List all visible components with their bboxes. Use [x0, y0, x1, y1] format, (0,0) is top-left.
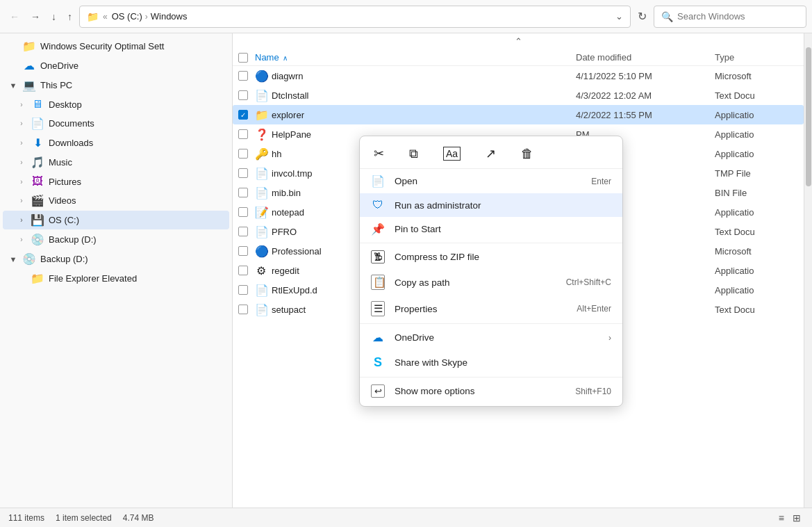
- context-rename-button[interactable]: Aa: [438, 144, 466, 163]
- header-date-modified[interactable]: Date modified: [576, 52, 715, 63]
- context-menu-compress-zip[interactable]: 🗜 Compress to ZIP file: [360, 245, 622, 269]
- row-checkbox[interactable]: [238, 149, 248, 159]
- scrollbar-track[interactable]: [804, 33, 812, 508]
- table-row[interactable]: ✓ 📁explorer 4/2/2022 11:55 PM Applicatio: [233, 105, 804, 124]
- row-checkbox[interactable]: [238, 207, 248, 217]
- expand-icon: ›: [17, 178, 26, 186]
- context-onedrive-label: OneDrive: [395, 332, 599, 343]
- context-copy-button[interactable]: ⧉: [404, 144, 424, 164]
- expand-icon: ›: [17, 120, 26, 127]
- address-prefix: «: [103, 12, 108, 22]
- sidebar-label: Desktop: [49, 99, 224, 110]
- sidebar-label: Windows Security Optimal Sett: [40, 41, 224, 51]
- grid-view-button[interactable]: ⊞: [790, 511, 804, 525]
- context-share-button[interactable]: ↗: [480, 143, 502, 164]
- table-row[interactable]: 🔵diagwrn 4/11/2022 5:10 PM Microsoft: [233, 66, 804, 86]
- row-checkbox[interactable]: [238, 305, 248, 314]
- search-bar[interactable]: 🔍: [654, 6, 806, 28]
- context-open-label: Open: [395, 176, 581, 186]
- select-all-checkbox[interactable]: [238, 53, 248, 63]
- sidebar-label: Music: [49, 157, 224, 168]
- header-type[interactable]: Type: [715, 52, 798, 63]
- sidebar-item-backup-d-collapsed[interactable]: › 💿 Backup (D:): [3, 230, 229, 249]
- context-menu-run-as-admin[interactable]: 🛡 Run as administrator: [360, 193, 622, 217]
- row-checkbox[interactable]: [238, 71, 248, 81]
- sidebar-label: Backup (D:): [40, 254, 224, 264]
- row-checkbox[interactable]: [238, 168, 248, 178]
- list-view-button[interactable]: ≡: [776, 511, 787, 525]
- sidebar-item-desktop[interactable]: › 🖥 Desktop: [3, 95, 229, 113]
- documents-icon: 📄: [31, 117, 44, 130]
- separator: [360, 323, 622, 324]
- file-icon: 📄: [255, 225, 267, 238]
- address-bar[interactable]: 📁 « OS (C:) › Windows ⌄: [79, 6, 631, 28]
- context-menu-properties[interactable]: ☰ Properties Alt+Enter: [360, 295, 622, 322]
- address-dropdown-icon[interactable]: ⌄: [615, 11, 623, 22]
- recent-button[interactable]: ↓: [47, 7, 60, 26]
- search-icon: 🔍: [661, 11, 673, 22]
- sidebar-item-pictures[interactable]: › 🖼 Pictures: [3, 172, 229, 190]
- sidebar-item-videos[interactable]: › 🎬 Videos: [3, 191, 229, 210]
- show-more-icon: ↩: [371, 384, 385, 398]
- file-icon: 📄: [255, 89, 267, 102]
- row-checkbox[interactable]: [238, 227, 248, 236]
- file-icon: 🔵: [255, 70, 267, 83]
- row-checkbox[interactable]: [238, 285, 248, 295]
- sidebar-item-music[interactable]: › 🎵 Music: [3, 153, 229, 172]
- sidebar-label: Downloads: [49, 138, 224, 148]
- file-list-header: Name ∧ Date modified Type: [233, 49, 804, 66]
- status-selected-info: 1 item selected: [56, 513, 112, 523]
- breadcrumb-sep1: ›: [145, 12, 148, 22]
- separator: [360, 377, 622, 378]
- row-checkbox[interactable]: [238, 188, 248, 197]
- folder-icon: 📁: [22, 40, 36, 53]
- search-input[interactable]: [677, 11, 799, 22]
- sidebar-item-onedrive[interactable]: ☁ OneDrive: [3, 56, 229, 75]
- file-icon: 📄: [255, 284, 267, 297]
- context-menu-show-more[interactable]: ↩ Show more options Shift+F10: [360, 379, 622, 403]
- scrollbar-thumb[interactable]: [806, 47, 811, 186]
- music-icon: 🎵: [31, 156, 44, 169]
- sidebar-label: File Explorer Elevated: [49, 273, 224, 284]
- row-checkbox[interactable]: [238, 129, 248, 139]
- open-icon: 📄: [371, 175, 385, 188]
- context-menu-share-skype[interactable]: S Share with Skype: [360, 350, 622, 375]
- pictures-icon: 🖼: [31, 175, 44, 188]
- forward-button[interactable]: →: [26, 7, 44, 26]
- header-name[interactable]: Name ∧: [255, 52, 576, 63]
- table-row[interactable]: 📄DtcInstall 4/3/2022 12:02 AM Text Docu: [233, 86, 804, 105]
- context-menu-onedrive[interactable]: ☁ OneDrive ›: [360, 325, 622, 350]
- folder-icon: 📁: [87, 11, 99, 22]
- context-skype-label: Share with Skype: [395, 357, 602, 368]
- context-menu-copy-as-path[interactable]: 📋 Copy as path Ctrl+Shift+C: [360, 269, 622, 295]
- file-icon: 🔑: [255, 147, 267, 161]
- row-checkbox[interactable]: [238, 90, 248, 100]
- back-button[interactable]: ←: [6, 7, 24, 26]
- sidebar-item-this-pc[interactable]: ▼ 💻 This PC: [3, 76, 229, 95]
- pin-icon: 📌: [371, 222, 385, 236]
- row-checkbox[interactable]: ✓: [238, 110, 248, 120]
- downloads-icon: ⬇: [31, 136, 44, 149]
- computer-icon: 💻: [22, 79, 36, 92]
- context-menu-pin-to-start[interactable]: 📌 Pin to Start: [360, 217, 622, 241]
- navigation-bar: ← → ↓ ↑ 📁 « OS (C:) › Windows ⌄ ↻ 🔍: [0, 0, 812, 33]
- up-button[interactable]: ↑: [63, 7, 76, 26]
- breadcrumb: OS (C:) › Windows: [112, 11, 188, 22]
- sidebar: 📁 Windows Security Optimal Sett ☁ OneDri…: [0, 33, 233, 508]
- sidebar-item-file-explorer-elevated[interactable]: 📁 File Explorer Elevated: [3, 269, 229, 288]
- file-icon: 📄: [255, 303, 267, 316]
- row-checkbox[interactable]: [238, 246, 248, 256]
- sidebar-item-windows-security[interactable]: 📁 Windows Security Optimal Sett: [3, 37, 229, 56]
- sidebar-item-downloads[interactable]: › ⬇ Downloads: [3, 133, 229, 152]
- context-menu-open[interactable]: 📄 Open Enter: [360, 169, 622, 193]
- sidebar-item-backup-d-expanded[interactable]: ▼ 💿 Backup (D:): [3, 250, 229, 268]
- context-cut-button[interactable]: ✂: [368, 143, 390, 164]
- folder-icon: 📁: [31, 272, 44, 285]
- refresh-button[interactable]: ↻: [633, 6, 651, 27]
- context-delete-button[interactable]: 🗑: [515, 144, 539, 164]
- onedrive-icon: ☁: [371, 331, 385, 344]
- sidebar-item-os-c[interactable]: › 💾 OS (C:): [3, 211, 229, 229]
- row-checkbox[interactable]: [238, 266, 248, 275]
- sidebar-item-documents[interactable]: › 📄 Documents: [3, 114, 229, 133]
- scroll-up-indicator[interactable]: ⌃: [233, 33, 804, 49]
